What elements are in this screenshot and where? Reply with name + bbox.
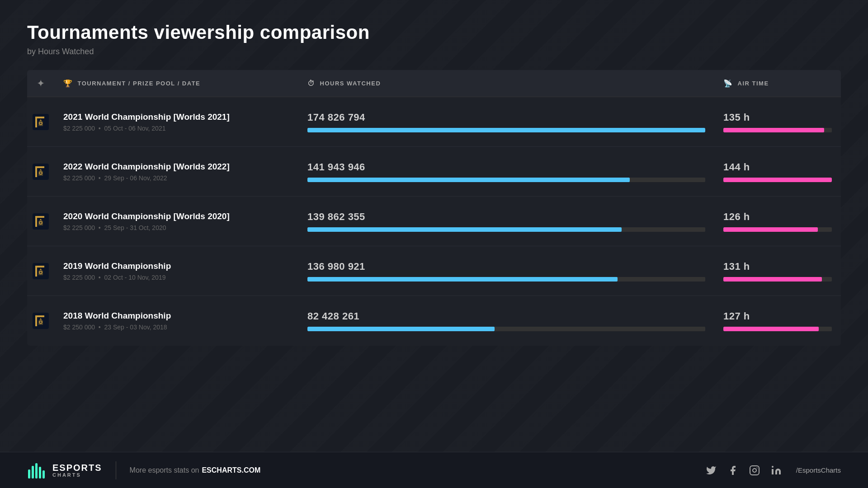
table-header: ✦ 🏆 TOURNAMENT / PRIZE POOL / DATE ⏱ HOU… [27,70,841,97]
trophy-icon: 🏆 [63,79,73,88]
hours-bar-container [307,128,705,132]
page-title: Tournaments viewership comparison [27,22,841,43]
logo-text: ESPORTS CHARTS [52,463,102,478]
air-time-bar-container [723,277,832,282]
air-time-value: 127 h [723,310,832,322]
air-time-cell: 126 h [714,204,841,239]
game-icon-cell [27,213,54,230]
air-time-value: 131 h [723,261,832,272]
svg-rect-12 [35,463,38,479]
hours-bar-container [307,327,705,331]
clock-icon: ⏱ [307,80,316,88]
hours-watched-cell: 136 980 921 [298,253,714,289]
air-time-bar-fill [723,327,819,331]
table-row: 2020 World Championship [Worlds 2020] $2… [27,197,841,246]
hours-watched-cell: 174 826 794 [298,104,714,140]
air-time-cell: 127 h [714,303,841,338]
hours-bar-fill [307,128,705,132]
air-time-value: 135 h [723,112,832,123]
game-icon-cell [27,263,54,279]
air-time-cell: 144 h [714,154,841,189]
tournament-info-cell: 2022 World Championship [Worlds 2022] $2… [54,153,298,191]
tournament-meta: $2 225 000 • 05 Oct - 06 Nov, 2021 [63,125,289,132]
game-icon-cell [27,313,54,329]
tournament-info-cell: 2019 World Championship $2 225 000 • 02 … [54,252,298,290]
tournament-name: 2019 World Championship [63,261,289,271]
air-time-bar-container [723,327,832,331]
wave-icon: 📡 [723,79,733,88]
hours-watched-header: ⏱ HOURS WATCHED [298,80,714,88]
svg-rect-14 [42,470,45,479]
hours-bar-container [307,277,705,282]
tournament-name: 2021 World Championship [Worlds 2021] [63,112,289,122]
hours-watched-cell: 141 943 946 [298,154,714,189]
svg-point-18 [772,466,774,468]
table-row: 2021 World Championship [Worlds 2021] $2… [27,97,841,147]
tournament-meta: $2 225 000 • 25 Sep - 31 Oct, 2020 [63,224,289,231]
hours-bar-fill [307,277,618,282]
air-time-bar-fill [723,277,822,282]
game-icon-cell [27,164,54,180]
sort-icon: ✦ [37,78,45,89]
air-time-cell: 135 h [714,104,841,140]
tournament-name: 2018 World Championship [63,311,289,321]
svg-point-17 [756,467,757,468]
page-subtitle: by Hours Watched [27,47,841,56]
hours-bar-container [307,178,705,182]
table-row: 2019 World Championship $2 225 000 • 02 … [27,246,841,296]
logo-icon [27,460,47,480]
instagram-icon[interactable] [749,465,760,476]
hours-watched-value: 82 428 261 [307,310,705,322]
footer-handle: /EsportsCharts [796,466,841,474]
air-time-bar-fill [723,128,824,132]
tournament-info-cell: 2021 World Championship [Worlds 2021] $2… [54,103,298,141]
svg-rect-15 [750,466,759,475]
svg-rect-10 [28,469,30,479]
logo-charts-text: CHARTS [52,472,102,478]
hours-bar-fill [307,178,630,182]
svg-rect-11 [32,466,34,479]
footer-link[interactable]: ESCHARTS.COM [202,466,260,474]
facebook-icon[interactable] [727,465,738,476]
air-time-header: 📡 AIR TIME [714,79,841,88]
hours-bar-container [307,227,705,232]
air-time-bar-fill [723,227,818,232]
logo: ESPORTS CHARTS [27,460,102,480]
air-time-bar-container [723,178,832,182]
data-table: ✦ 🏆 TOURNAMENT / PRIZE POOL / DATE ⏱ HOU… [27,70,841,346]
hours-watched-cell: 139 862 355 [298,204,714,239]
tournament-meta: $2 225 000 • 29 Sep - 06 Nov, 2022 [63,174,289,182]
footer: ESPORTS CHARTS More esports stats on ESC… [0,452,868,488]
hours-watched-value: 174 826 794 [307,112,705,123]
tournament-header: 🏆 TOURNAMENT / PRIZE POOL / DATE [54,79,298,88]
sort-icon-cell: ✦ [27,78,54,89]
logo-esports-text: ESPORTS [52,463,102,472]
table-body: 2021 World Championship [Worlds 2021] $2… [27,97,841,346]
twitter-icon[interactable] [706,465,717,476]
tournament-meta: $2 250 000 • 23 Sep - 03 Nov, 2018 [63,324,289,331]
footer-divider [116,461,116,479]
hours-bar-fill [307,227,622,232]
game-icon-cell [27,114,54,130]
linkedin-icon[interactable] [771,465,782,476]
hours-bar-fill [307,327,495,331]
tournament-meta: $2 225 000 • 02 Oct - 10 Nov, 2019 [63,274,289,281]
air-time-bar-container [723,227,832,232]
air-time-value: 144 h [723,161,832,173]
svg-rect-13 [39,467,41,479]
hours-watched-value: 141 943 946 [307,161,705,173]
footer-cta-text: More esports stats on [130,466,199,474]
table-row: 2018 World Championship $2 250 000 • 23 … [27,296,841,346]
tournament-info-cell: 2020 World Championship [Worlds 2020] $2… [54,202,298,240]
footer-socials: /EsportsCharts [706,465,841,476]
air-time-bar-container [723,128,832,132]
main-container: Tournaments viewership comparison by Hou… [0,0,868,346]
hours-watched-value: 139 862 355 [307,211,705,223]
tournament-name: 2020 World Championship [Worlds 2020] [63,211,289,221]
air-time-cell: 131 h [714,253,841,289]
air-time-value: 126 h [723,211,832,223]
tournament-name: 2022 World Championship [Worlds 2022] [63,162,289,172]
air-time-bar-fill [723,178,832,182]
tournament-info-cell: 2018 World Championship $2 250 000 • 23 … [54,302,298,340]
svg-point-16 [753,469,756,472]
